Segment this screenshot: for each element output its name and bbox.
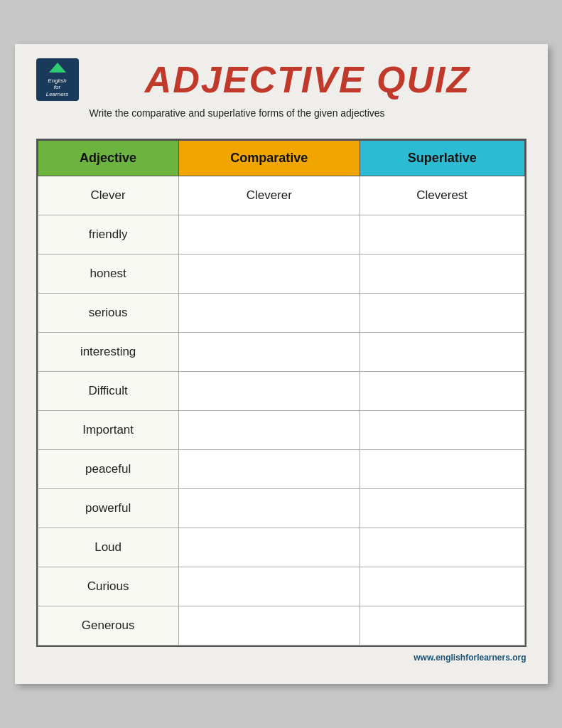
comparative-cell[interactable] [178,254,360,293]
table-row: powerful [38,488,524,528]
superlative-cell[interactable] [360,567,524,606]
col-header-adjective: Adjective [38,140,178,176]
table-row: honest [38,254,524,293]
comparative-cell[interactable] [178,293,360,332]
superlative-cell[interactable] [360,528,524,567]
adjective-cell: Loud [38,528,178,567]
comparative-cell[interactable] [178,332,360,371]
superlative-cell[interactable] [360,410,524,449]
table-row: Loud [38,528,524,567]
table-row: Generous [38,606,524,645]
superlative-cell[interactable] [360,488,524,528]
superlative-cell[interactable] [360,332,524,371]
comparative-cell[interactable]: Cleverer [178,176,360,215]
quiz-table-container: Adjective Comparative Superlative Clever… [36,139,526,647]
superlative-cell[interactable] [360,371,524,410]
adjective-cell: Curious [38,567,178,606]
superlative-cell[interactable] [360,254,524,293]
adjective-cell: Generous [38,606,178,645]
superlative-cell[interactable] [360,293,524,332]
comparative-cell[interactable] [178,215,360,254]
superlative-cell[interactable]: Cleverest [360,176,524,215]
superlative-cell[interactable] [360,215,524,254]
page: English for Learners ADJECTIVE QUIZ Writ… [15,44,548,684]
footer: www.englishforlearners.org [36,653,526,663]
table-row: Important [38,410,524,449]
table-row: CleverClevererCleverest [38,176,524,215]
table-row: Difficult [38,371,524,410]
page-subtitle: Write the comparative and superlative fo… [90,107,526,121]
header: English for Learners ADJECTIVE QUIZ Writ… [36,58,526,132]
comparative-cell[interactable] [178,606,360,645]
adjective-cell: Difficult [38,371,178,410]
logo: English for Learners [36,58,79,101]
adjective-cell: friendly [38,215,178,254]
comparative-cell[interactable] [178,528,360,567]
adjective-cell: interesting [38,332,178,371]
comparative-cell[interactable] [178,371,360,410]
adjective-cell: honest [38,254,178,293]
superlative-cell[interactable] [360,449,524,488]
comparative-cell[interactable] [178,488,360,528]
page-title: ADJECTIVE QUIZ [90,58,526,101]
table-row: interesting [38,332,524,371]
comparative-cell[interactable] [178,449,360,488]
adjective-cell: Clever [38,176,178,215]
superlative-cell[interactable] [360,606,524,645]
col-header-comparative: Comparative [178,140,360,176]
logo-text: English for Learners [46,77,69,98]
adjective-cell: serious [38,293,178,332]
comparative-cell[interactable] [178,410,360,449]
col-header-superlative: Superlative [360,140,524,176]
adjective-cell: Important [38,410,178,449]
table-row: serious [38,293,524,332]
adjective-cell: powerful [38,488,178,528]
table-row: friendly [38,215,524,254]
table-row: Curious [38,567,524,606]
footer-url: www.englishforlearners.org [414,653,526,663]
quiz-table: Adjective Comparative Superlative Clever… [38,140,525,646]
table-row: peaceful [38,449,524,488]
comparative-cell[interactable] [178,567,360,606]
table-header-row: Adjective Comparative Superlative [38,140,524,176]
adjective-cell: peaceful [38,449,178,488]
logo-hat-icon [49,63,66,73]
